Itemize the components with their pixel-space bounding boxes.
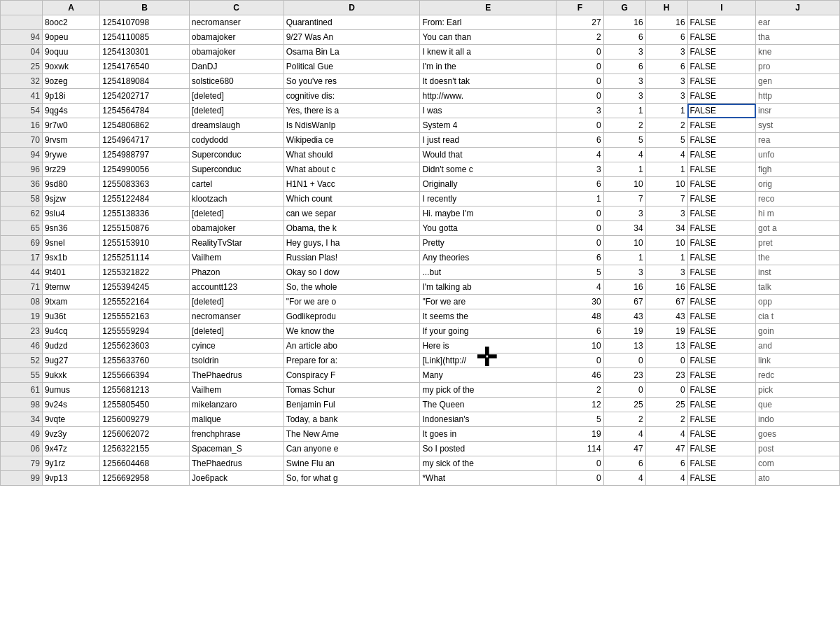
- row-number[interactable]: 08: [1, 295, 43, 309]
- cell-j[interactable]: hi m: [756, 206, 840, 221]
- cell-d[interactable]: can we separ: [284, 206, 420, 221]
- cell-d[interactable]: Hey guys, I ha: [284, 236, 420, 251]
- cell-j[interactable]: unfo: [756, 148, 840, 162]
- cell-c[interactable]: [deleted]: [189, 104, 284, 118]
- row-number[interactable]: 94: [1, 30, 43, 45]
- cell-f[interactable]: 2: [556, 383, 603, 398]
- cell-g[interactable]: 1: [603, 251, 645, 265]
- cell-f[interactable]: 6: [556, 324, 603, 339]
- row-number[interactable]: 99: [1, 471, 43, 486]
- cell-d[interactable]: Political Gue: [284, 59, 420, 74]
- cell-c[interactable]: mikelanzaro: [189, 398, 284, 412]
- cell-b[interactable]: 1255251114: [100, 251, 189, 265]
- cell-c[interactable]: obamajoker: [189, 30, 284, 45]
- cell-g[interactable]: 3: [603, 265, 645, 280]
- row-number[interactable]: 44: [1, 265, 43, 280]
- cell-f[interactable]: 46: [556, 368, 603, 383]
- cell-h[interactable]: 4: [645, 427, 687, 442]
- cell-g[interactable]: 3: [603, 74, 645, 89]
- cell-j[interactable]: ato: [756, 471, 840, 486]
- table-row[interactable]: 629slu41255138336[deleted]can we separHi…: [1, 206, 840, 221]
- cell-g[interactable]: 6: [603, 456, 645, 471]
- cell-h[interactable]: 0: [645, 354, 687, 368]
- cell-c[interactable]: [deleted]: [189, 89, 284, 104]
- cell-g[interactable]: 0: [603, 383, 645, 398]
- table-row[interactable]: 169r7w01254806862dreamslaughIs NdisWanIp…: [1, 118, 840, 133]
- cell-h[interactable]: 16: [645, 280, 687, 295]
- cell-f[interactable]: 1: [556, 192, 603, 206]
- cell-j[interactable]: http: [756, 89, 840, 104]
- cell-a[interactable]: 9ug27: [42, 354, 99, 368]
- cell-d[interactable]: Benjamin Ful: [284, 398, 420, 412]
- cell-e[interactable]: my pick of the: [420, 383, 556, 398]
- cell-c[interactable]: Spaceman_S: [189, 442, 284, 456]
- cell-b[interactable]: 1256322155: [100, 442, 189, 456]
- cell-i[interactable]: FALSE: [687, 427, 755, 442]
- cell-f[interactable]: 0: [556, 89, 603, 104]
- cell-e[interactable]: The Queen: [420, 398, 556, 412]
- cell-d[interactable]: 9/27 Was An: [284, 30, 420, 45]
- cell-d[interactable]: Today, a bank: [284, 412, 420, 427]
- table-row[interactable]: 549qg4s1254564784[deleted]Yes, there is …: [1, 104, 840, 118]
- cell-d[interactable]: Prepare for a:: [284, 354, 420, 368]
- cell-j[interactable]: pret: [756, 236, 840, 251]
- cell-g[interactable]: 13: [603, 339, 645, 354]
- table-row[interactable]: 949opeu1254110085obamajoker9/27 Was AnYo…: [1, 30, 840, 45]
- table-row[interactable]: 589sjzw1255122484klootzachWhich countI r…: [1, 192, 840, 206]
- cell-i[interactable]: FALSE: [687, 118, 755, 133]
- cell-a[interactable]: 9sn36: [42, 221, 99, 236]
- row-number[interactable]: 71: [1, 280, 43, 295]
- row-number[interactable]: 32: [1, 74, 43, 89]
- cell-j[interactable]: inst: [756, 265, 840, 280]
- cell-b[interactable]: 1255623603: [100, 339, 189, 354]
- cell-b[interactable]: 1255153910: [100, 236, 189, 251]
- cell-h[interactable]: 19: [645, 324, 687, 339]
- table-row[interactable]: 259oxwk1254176540DanDJPolitical GueI'm i…: [1, 59, 840, 74]
- table-row[interactable]: 699snel1255153910RealityTvStarHey guys, …: [1, 236, 840, 251]
- cell-i[interactable]: FALSE: [687, 30, 755, 45]
- cell-d[interactable]: Conspiracy F: [284, 368, 420, 383]
- table-row[interactable]: 419p18i1254202717[deleted]cognitive dis:…: [1, 89, 840, 104]
- cell-j[interactable]: pro: [756, 59, 840, 74]
- cell-f[interactable]: 6: [556, 251, 603, 265]
- cell-g[interactable]: 4: [603, 471, 645, 486]
- cell-a[interactable]: 9umus: [42, 383, 99, 398]
- cell-h[interactable]: 1: [645, 251, 687, 265]
- row-number[interactable]: 41: [1, 89, 43, 104]
- cell-h[interactable]: 23: [645, 368, 687, 383]
- cell-f[interactable]: 3: [556, 104, 603, 118]
- cell-i[interactable]: FALSE: [687, 206, 755, 221]
- cell-g[interactable]: 10: [603, 236, 645, 251]
- cell-h[interactable]: 1: [645, 104, 687, 118]
- cell-f[interactable]: 10: [556, 339, 603, 354]
- cell-a[interactable]: 9oxwk: [42, 59, 99, 74]
- cell-c[interactable]: Superconduc: [189, 148, 284, 162]
- cell-e[interactable]: I'm talking ab: [420, 280, 556, 295]
- cell-j[interactable]: figh: [756, 162, 840, 177]
- cell-a[interactable]: 9y1rz: [42, 456, 99, 471]
- cell-d[interactable]: Wikipedia ce: [284, 133, 420, 148]
- cell-j[interactable]: opp: [756, 295, 840, 309]
- cell-g[interactable]: 3: [603, 45, 645, 59]
- cell-g[interactable]: 1: [603, 104, 645, 118]
- cell-h[interactable]: 5: [645, 133, 687, 148]
- cell-f[interactable]: 6: [556, 133, 603, 148]
- table-row[interactable]: 719ternw1255394245accountt123So, the who…: [1, 280, 840, 295]
- cell-b[interactable]: 1254964717: [100, 133, 189, 148]
- cell-i[interactable]: FALSE: [687, 148, 755, 162]
- cell-h[interactable]: 10: [645, 236, 687, 251]
- cell-i[interactable]: FALSE: [687, 251, 755, 265]
- row-number[interactable]: 58: [1, 192, 43, 206]
- cell-e[interactable]: *What: [420, 471, 556, 486]
- cell-e[interactable]: "For we are: [420, 295, 556, 309]
- cell-b[interactable]: 1254130301: [100, 45, 189, 59]
- cell-h[interactable]: 0: [645, 383, 687, 398]
- cell-f[interactable]: 0: [556, 118, 603, 133]
- cell-e[interactable]: ...but: [420, 265, 556, 280]
- cell-d[interactable]: The New Ame: [284, 427, 420, 442]
- cell-b[interactable]: 1256604468: [100, 456, 189, 471]
- cell-f[interactable]: 6: [556, 177, 603, 192]
- cell-c[interactable]: obamajoker: [189, 221, 284, 236]
- cell-d[interactable]: Is NdisWanIp: [284, 118, 420, 133]
- cell-g[interactable]: 19: [603, 324, 645, 339]
